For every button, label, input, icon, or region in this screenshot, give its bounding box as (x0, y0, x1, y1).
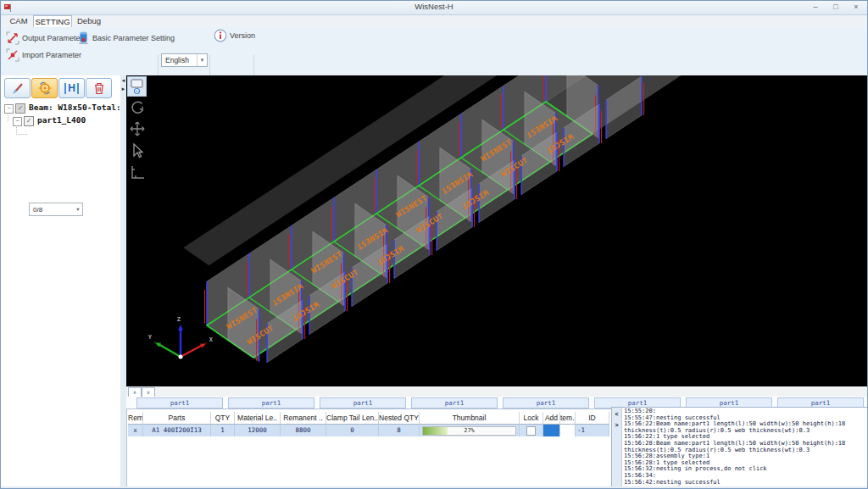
tree-beam-label[interactable]: Beam: W18x50-Total:8 (29, 103, 125, 112)
log-prev-button[interactable]: < (613, 409, 620, 419)
minimize-button[interactable]: – (806, 1, 825, 14)
beam-h-tool-button[interactable]: H (58, 78, 85, 98)
progress-label: 27% (423, 427, 515, 435)
maximize-button[interactable]: □ (826, 1, 845, 14)
svg-text:Z: Z (177, 316, 181, 323)
target-icon (37, 81, 53, 96)
svg-text:X: X (209, 336, 214, 343)
brush-icon (10, 81, 25, 96)
basic-parameter-setting-icon (77, 31, 90, 45)
part-tab[interactable]: part1 (503, 397, 589, 408)
nested-qty-select[interactable]: 0/8 ▼ (29, 203, 83, 216)
log-panel: < > 15:55:20:15:55:47:nesting successful… (611, 407, 868, 487)
col-header-tem[interactable]: tem.. (560, 412, 576, 425)
display-eye-icon (128, 77, 146, 96)
import-parameter-label: Import Parameter (22, 51, 81, 59)
row-lock-cell (520, 425, 543, 436)
col-header-add[interactable]: Add (543, 412, 560, 425)
window-frame (1, 486, 867, 488)
nesting-progress-bar: 27% (422, 426, 516, 436)
row-nested-cell[interactable]: 8 (379, 425, 420, 436)
row-tem-cell (560, 425, 576, 436)
add-button[interactable] (543, 425, 560, 436)
viewport-3d[interactable]: WISNESTWISCUTWISNESTWISCUTWISNESTWISCUTW… (126, 75, 867, 386)
output-parameter-icon (6, 31, 19, 45)
log-messages[interactable]: 15:55:20:15:55:47:nesting successful15:5… (622, 408, 867, 486)
display-tool-button[interactable] (127, 76, 147, 97)
part-tab[interactable]: part1 (320, 397, 406, 408)
output-parameter-label: Output Parameter (22, 34, 83, 42)
col-header-clamp-tail[interactable]: Clamp Tail Len.. (326, 412, 379, 425)
row-clamp-cell[interactable]: 0 (326, 425, 379, 436)
collapse-right-icon[interactable]: ► (120, 86, 126, 93)
chevron-down-icon: ▼ (74, 207, 82, 212)
row-material-cell[interactable]: 12000 (235, 425, 281, 436)
rotate-tool-icon[interactable] (128, 97, 147, 116)
version-button[interactable]: Version (214, 29, 255, 42)
svg-text:Y: Y (148, 334, 153, 341)
delete-tool-button[interactable] (86, 78, 112, 98)
ribbon: Output Parameter Import Parameter Basic … (1, 27, 867, 76)
brush-tool-button[interactable] (4, 78, 31, 98)
col-header-id[interactable]: ID (576, 412, 609, 425)
row-id-cell[interactable]: -1 (576, 425, 609, 436)
row-qty-cell[interactable]: 1 (211, 425, 235, 436)
tab-debug[interactable]: Debug (74, 15, 104, 27)
target-tool-button[interactable] (31, 78, 58, 98)
log-line: 15:56:32:nesting in process,do not click (624, 466, 865, 473)
window-title: WisNest-H (1, 2, 867, 11)
part-tab[interactable]: part1 (228, 397, 314, 408)
basic-parameter-setting-button[interactable]: Basic Parameter Setting (77, 31, 175, 45)
col-header-material-len[interactable]: Material Le.. (235, 412, 281, 425)
collapse-left-icon[interactable]: ◄ (120, 77, 126, 85)
beam-checkbox[interactable]: ✓ (15, 103, 25, 114)
tree-part-label[interactable]: part1_L400 (37, 115, 86, 125)
nested-beam-scene[interactable]: WISNESTWISCUTWISNESTWISCUTWISNESTWISCUTW… (126, 75, 867, 386)
select-cursor-icon[interactable] (128, 142, 147, 160)
nesting-table: Rem... Parts QTY Material Le.. Remanent … (128, 412, 609, 436)
chevron-down-icon: ▼ (197, 54, 207, 66)
col-header-qty[interactable]: QTY (211, 412, 235, 425)
tab-setting[interactable]: SETTING (33, 15, 72, 28)
language-value: English (162, 56, 197, 64)
part-tab[interactable]: part1 (136, 397, 223, 408)
pan-tool-icon[interactable] (128, 119, 147, 138)
close-button[interactable]: × (847, 1, 865, 14)
import-parameter-button[interactable]: Import Parameter (6, 48, 81, 62)
output-parameter-button[interactable]: Output Parameter (6, 31, 83, 45)
row-thumbnail-cell: 27% (420, 425, 520, 436)
tree-connector (16, 125, 27, 135)
log-line: 15:56:42:nesting successful (624, 480, 865, 486)
col-header-lock[interactable]: Lock (520, 412, 543, 425)
basic-parameter-setting-label: Basic Parameter Setting (92, 34, 175, 42)
row-remove-cell[interactable]: x (128, 425, 143, 436)
tree-expander[interactable]: − (4, 104, 14, 114)
tab-cam[interactable]: CAM (6, 15, 31, 27)
import-parameter-icon (6, 48, 19, 62)
left-panel: H − ✓ Beam: W18x50-Total:8 − ✓ part1_L40… (1, 75, 121, 486)
col-header-thumbnail[interactable]: Thumbnail (420, 412, 520, 425)
application-window: WisNest-H – □ × CAM SETTING Debug Output… (0, 0, 868, 489)
language-select[interactable]: English ▼ (161, 53, 208, 67)
h-beam-icon: H (64, 83, 79, 94)
nesting-table-panel: Rem... Parts QTY Material Le.. Remanent … (126, 408, 612, 487)
ribbon-tab-row (1, 15, 867, 27)
col-header-parts[interactable]: Parts (143, 412, 211, 425)
row-parts-cell[interactable]: A1 400I200I13 (143, 425, 211, 436)
col-header-remanent[interactable]: Remanent .. (281, 412, 326, 425)
nested-qty-value: 0/8 (30, 206, 74, 214)
info-icon (214, 29, 227, 42)
part-tab[interactable]: part1 (411, 397, 498, 408)
lock-checkbox[interactable] (526, 426, 536, 436)
log-line: 15:56:22:Beam name:part1 length(l):50 wi… (624, 421, 865, 434)
measure-tool-icon[interactable] (128, 164, 147, 182)
tree-connector (8, 113, 8, 121)
log-next-button[interactable]: > (613, 420, 620, 430)
version-label: Version (230, 31, 255, 40)
col-header-remove[interactable]: Rem... (128, 412, 143, 425)
log-line: 15:56:28:Beam name:part1 length(l):50 wi… (624, 441, 865, 453)
row-remanent-cell[interactable]: 8800 (281, 425, 326, 436)
col-header-nested-qty[interactable]: Nested QTY (379, 412, 420, 425)
title-bar: WisNest-H – □ × (1, 1, 867, 15)
trash-icon (92, 81, 107, 96)
